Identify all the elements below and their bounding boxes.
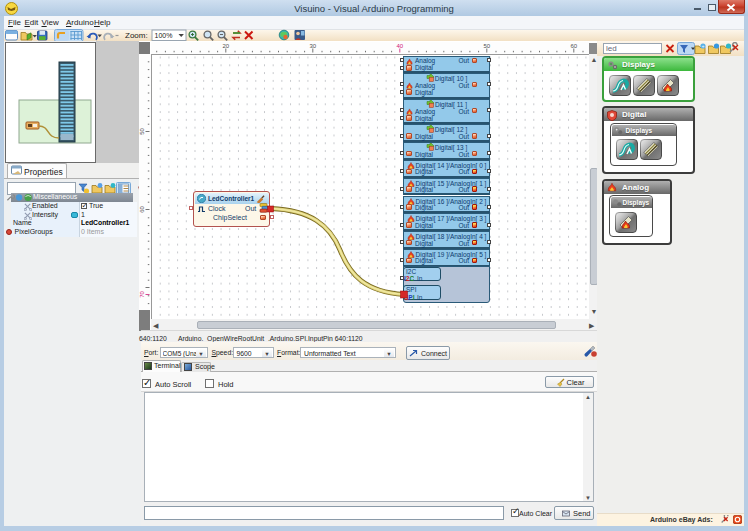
svg-text:60: 60 <box>139 205 145 212</box>
svg-text:SPI: SPI <box>404 293 415 300</box>
svg-text:Zoom:: Zoom: <box>125 31 148 40</box>
svg-text:30: 30 <box>309 43 316 49</box>
svg-text:20: 20 <box>222 43 229 49</box>
svg-text:+: + <box>702 43 705 49</box>
svg-text:50: 50 <box>139 127 145 134</box>
svg-text:50: 50 <box>483 43 490 49</box>
svg-text:40: 40 <box>396 43 403 49</box>
svg-text:I2C: I2C <box>404 275 414 282</box>
svg-text:100%: 100% <box>155 32 173 39</box>
svg-text:60: 60 <box>570 43 577 49</box>
svg-text:70: 70 <box>139 290 145 297</box>
